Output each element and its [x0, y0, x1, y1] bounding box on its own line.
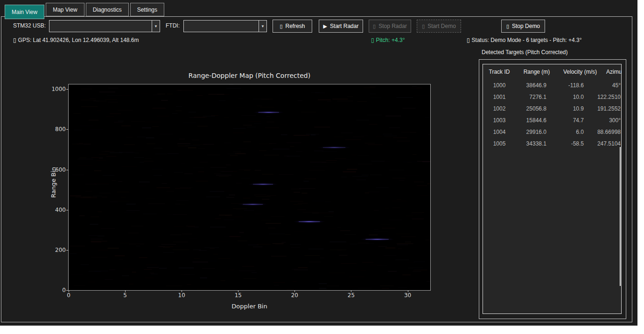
- chart-title: Range-Doppler Map (Pitch Corrected): [69, 72, 430, 79]
- table-row[interactable]: 1004 29916.0 6.0 88.66998: [483, 126, 621, 138]
- x-tick-label: 20: [291, 292, 298, 299]
- table-row[interactable]: 1003 15844.6 74.7 300°: [483, 115, 621, 126]
- ftdi-value: [184, 21, 259, 32]
- start-demo-button[interactable]: ▯ Start Demo: [417, 20, 461, 33]
- table-row[interactable]: 1005 34338.1 -58.5 247.5104: [483, 138, 621, 150]
- x-tick-label: 10: [178, 292, 185, 299]
- range-cell: 15844.6: [516, 117, 558, 124]
- tab-label: Main View: [12, 9, 37, 15]
- y-tick-label: 400: [55, 207, 66, 213]
- x-tick-label: 30: [404, 292, 411, 299]
- range-cell: 29916.0: [516, 129, 558, 135]
- tab-label: Settings: [137, 7, 157, 13]
- azimuth-cell: 88.66998: [597, 129, 621, 135]
- y-tick-label: 800: [55, 126, 66, 132]
- azimuth-cell: 191.2552: [597, 105, 621, 112]
- y-axis-label: Range Bin: [50, 167, 57, 197]
- y-tick-mark: [66, 170, 68, 170]
- toolbar: STM32 USB: ▼ FTDI: ▼ ▯ Refresh ▶ Start R…: [0, 19, 637, 33]
- play-icon: ▶: [323, 23, 327, 29]
- y-tick-mark: [66, 210, 68, 210]
- velocity-cell: -58.5: [558, 140, 602, 147]
- stm32-usb-label: STM32 USB:: [13, 22, 46, 29]
- refresh-button[interactable]: ▯ Refresh: [273, 20, 312, 33]
- table-row[interactable]: 1001 7276.1 10.0 122.2510: [483, 91, 621, 103]
- table-row[interactable]: 1000 38646.9 -118.6 45°: [483, 80, 621, 91]
- tab-diagnostics[interactable]: Diagnostics: [86, 3, 129, 16]
- table-body: 1000 38646.9 -118.6 45° 1001 7276.1 10.0…: [483, 80, 621, 150]
- tab-bar: Main View Map View Diagnostics Settings: [5, 3, 166, 19]
- stm32-dropdown-button[interactable]: ▼: [152, 21, 160, 32]
- refresh-icon: ▯: [280, 23, 282, 29]
- start-radar-button[interactable]: ▶ Start Radar: [319, 20, 363, 33]
- pitch-icon: ▯: [371, 37, 374, 43]
- table-scrollbar[interactable]: [620, 147, 621, 286]
- y-tick-label: 200: [55, 247, 66, 253]
- track-id-cell: 1004: [483, 129, 516, 135]
- velocity-cell: 74.7: [558, 117, 602, 124]
- velocity-cell: -118.6: [558, 82, 602, 89]
- range-doppler-chart: Range-Doppler Map (Pitch Corrected) 0510…: [68, 84, 431, 291]
- pitch-indicator: ▯Pitch: +4.3°: [371, 37, 405, 43]
- targets-groupbox: Track ID Range (m) Velocity (m/s) Azimu …: [479, 59, 626, 319]
- column-header-track-id[interactable]: Track ID: [483, 69, 516, 75]
- track-id-cell: 1000: [483, 82, 516, 89]
- tab-label: Diagnostics: [93, 7, 122, 13]
- range-cell: 38646.9: [516, 82, 558, 89]
- velocity-cell: 6.0: [558, 129, 602, 135]
- pitch-text: Pitch: +4.3°: [376, 37, 405, 43]
- table-row[interactable]: 1002 25056.8 10.9 191.2552: [483, 103, 621, 115]
- stop-icon: ▯: [373, 23, 376, 29]
- y-tick-mark: [66, 129, 68, 130]
- azimuth-cell: 300°: [609, 117, 621, 124]
- chevron-down-icon: ▼: [154, 24, 158, 28]
- ftdi-dropdown-button[interactable]: ▼: [259, 21, 266, 32]
- satellite-icon: ▯: [13, 37, 16, 43]
- targets-table[interactable]: Track ID Range (m) Velocity (m/s) Azimu …: [483, 64, 622, 314]
- stop-demo-button[interactable]: ▯ Stop Demo: [501, 20, 545, 33]
- tab-map-view[interactable]: Map View: [46, 3, 84, 16]
- y-tick-mark: [66, 89, 68, 90]
- radar-app-window: Main View Map View Diagnostics Settings …: [0, 0, 637, 326]
- y-tick-label: 0: [62, 287, 66, 293]
- x-tick-label: 15: [235, 292, 242, 299]
- y-tick-mark: [66, 250, 68, 250]
- range-cell: 34338.1: [516, 140, 558, 147]
- tab-label: Map View: [53, 7, 77, 13]
- track-id-cell: 1001: [483, 94, 516, 100]
- tab-settings[interactable]: Settings: [130, 3, 164, 16]
- track-id-cell: 1003: [483, 117, 516, 124]
- stm32-usb-combobox[interactable]: ▼: [49, 20, 160, 32]
- button-label: Stop Radar: [378, 23, 407, 29]
- status-indicator: ▯Status: Demo Mode - 6 targets - Pitch: …: [467, 37, 582, 43]
- azimuth-cell: 122.2510: [597, 94, 621, 100]
- x-tick-label: 5: [123, 292, 127, 299]
- gps-status: ▯GPS: Lat 41.902426, Lon 12.496039, Alt …: [13, 37, 139, 43]
- button-label: Start Demo: [427, 23, 456, 29]
- start-demo-icon: ▯: [422, 23, 425, 29]
- velocity-cell: 10.0: [558, 94, 602, 100]
- column-header-azimuth[interactable]: Azimu: [606, 69, 622, 75]
- chevron-down-icon: ▼: [261, 24, 265, 28]
- column-header-range[interactable]: Range (m): [516, 69, 558, 75]
- range-cell: 7276.1: [516, 94, 558, 100]
- track-id-cell: 1005: [483, 140, 516, 147]
- stop-demo-icon: ▯: [506, 23, 509, 29]
- status-row: ▯GPS: Lat 41.902426, Lon 12.496039, Alt …: [0, 37, 637, 45]
- status-icon: ▯: [467, 37, 470, 43]
- column-header-velocity[interactable]: Velocity (m/s): [558, 69, 602, 75]
- tab-main-view[interactable]: Main View: [5, 5, 44, 19]
- stop-radar-button[interactable]: ▯ Stop Radar: [369, 20, 411, 33]
- y-tick-label: 1000: [51, 86, 66, 92]
- velocity-cell: 10.9: [558, 105, 602, 112]
- button-label: Start Radar: [330, 23, 358, 29]
- range-cell: 25056.8: [516, 105, 558, 112]
- gps-text: GPS: Lat 41.902426, Lon 12.496039, Alt 1…: [18, 37, 139, 43]
- ftdi-combobox[interactable]: ▼: [183, 20, 267, 32]
- stm32-usb-value: [49, 21, 152, 32]
- x-tick-label: 0: [67, 292, 70, 299]
- ftdi-label: FTDI:: [166, 22, 180, 29]
- status-text: Status: Demo Mode - 6 targets - Pitch: +…: [472, 37, 582, 43]
- track-id-cell: 1002: [483, 105, 516, 112]
- table-header-row: Track ID Range (m) Velocity (m/s) Azimu: [483, 64, 621, 80]
